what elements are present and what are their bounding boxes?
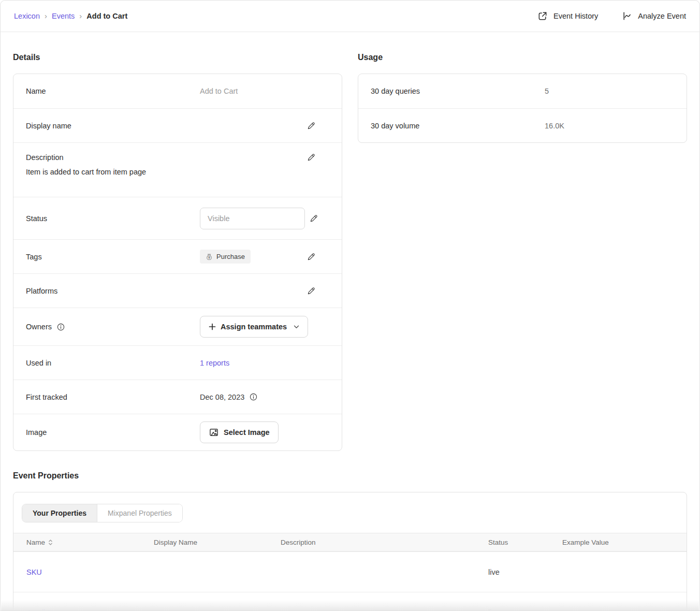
first-tracked-label: First tracked <box>26 393 200 401</box>
usage-row-volume: 30 day volume 16.0K <box>358 108 687 142</box>
properties-tabs-bar: Your Properties Mixpanel Properties <box>13 492 687 533</box>
property-status: live <box>475 608 549 611</box>
breadcrumb-current-event: Add to Cart <box>86 12 127 20</box>
money-bag-icon: $ <box>206 253 213 260</box>
assign-teammates-label: Assign teammates <box>221 323 287 331</box>
column-header-display-name: Display Name <box>141 539 268 546</box>
column-header-name[interactable]: Name <box>13 539 141 546</box>
table-row: Scroll % live <box>13 592 687 611</box>
edit-pencil-icon[interactable] <box>307 286 316 296</box>
queries-value: 5 <box>545 87 674 95</box>
volume-label: 30 day volume <box>371 122 545 130</box>
status-label: Status <box>26 214 200 223</box>
main-content: Details Name Add to Cart Display name <box>1 32 699 611</box>
column-header-status: Status <box>475 539 549 546</box>
detail-row-used-in: Used in 1 reports <box>13 345 342 380</box>
edit-pencil-icon[interactable] <box>307 153 316 162</box>
used-in-reports-link[interactable]: 1 reports <box>200 359 229 367</box>
usage-row-queries: 30 day queries 5 <box>358 74 687 108</box>
line-chart-icon <box>622 11 632 21</box>
column-header-example-value: Example Value <box>549 539 687 546</box>
svg-text:$: $ <box>209 255 210 258</box>
usage-title: Usage <box>358 53 687 62</box>
detail-row-status: Status Visible <box>13 197 342 239</box>
select-image-button[interactable]: Select Image <box>200 421 279 443</box>
image-label: Image <box>26 428 200 437</box>
table-row: SKU live <box>13 551 687 592</box>
info-icon[interactable] <box>56 323 65 331</box>
event-history-label: Event History <box>553 12 598 20</box>
usage-card: 30 day queries 5 30 day volume 16.0K <box>358 74 687 143</box>
breadcrumb-separator-icon: › <box>79 12 82 20</box>
select-image-label: Select Image <box>224 428 270 437</box>
event-properties-title: Event Properties <box>13 471 687 481</box>
detail-row-platforms: Platforms <box>13 273 342 308</box>
breadcrumb-separator-icon: › <box>45 12 47 20</box>
details-section: Details Name Add to Cart Display name <box>13 53 342 451</box>
detail-row-owners: Owners <box>13 308 342 345</box>
description-label: Description <box>26 153 200 162</box>
usage-section: Usage 30 day queries 5 30 day volume 16.… <box>358 53 687 451</box>
breadcrumb-lexicon-link[interactable]: Lexicon <box>14 12 40 20</box>
display-name-label: Display name <box>26 122 200 130</box>
plus-icon <box>209 323 216 330</box>
tags-label: Tags <box>26 253 200 261</box>
used-in-label: Used in <box>26 359 200 367</box>
breadcrumb: Lexicon › Events › Add to Cart <box>14 12 127 20</box>
assign-teammates-button[interactable]: Assign teammates <box>200 316 308 338</box>
sort-icon <box>48 539 53 546</box>
property-link-sku[interactable]: SKU <box>26 568 42 576</box>
properties-table-header: Name Display Name Description Status Exa… <box>13 533 687 551</box>
detail-row-tags: Tags $ Purchase <box>13 239 342 273</box>
status-select[interactable]: Visible <box>200 208 305 229</box>
analyze-event-label: Analyze Event <box>638 12 686 20</box>
chevron-down-icon <box>294 325 299 329</box>
tag-chip-purchase[interactable]: $ Purchase <box>200 250 251 264</box>
info-icon[interactable] <box>249 392 258 401</box>
detail-row-display-name: Display name <box>13 108 342 142</box>
detail-row-name: Name Add to Cart <box>13 74 342 108</box>
edit-pencil-icon[interactable] <box>307 121 316 130</box>
queries-label: 30 day queries <box>371 87 545 95</box>
edit-pencil-icon[interactable] <box>309 214 318 223</box>
external-link-icon <box>537 11 548 21</box>
lexicon-event-detail-page: Lexicon › Events › Add to Cart Event His… <box>0 0 700 611</box>
event-history-button[interactable]: Event History <box>537 11 598 21</box>
tab-your-properties[interactable]: Your Properties <box>22 504 97 522</box>
platforms-label: Platforms <box>26 287 200 295</box>
name-label: Name <box>26 87 200 95</box>
event-properties-card: Your Properties Mixpanel Properties Name <box>13 492 687 611</box>
details-card: Name Add to Cart Display name <box>13 74 342 451</box>
name-value: Add to Cart <box>200 87 329 95</box>
detail-row-image: Image Select Image <box>13 414 342 450</box>
detail-row-description: Description Item is added to cart from i… <box>13 142 342 197</box>
analyze-event-button[interactable]: Analyze Event <box>622 11 686 21</box>
image-icon <box>209 427 219 438</box>
property-status: live <box>475 568 549 576</box>
top-actions: Event History Analyze Event <box>537 11 686 21</box>
breadcrumb-events-link[interactable]: Events <box>52 12 75 20</box>
top-bar: Lexicon › Events › Add to Cart Event His… <box>1 1 699 32</box>
detail-row-first-tracked: First tracked Dec 08, 2023 <box>13 380 342 414</box>
details-title: Details <box>13 53 342 62</box>
description-value: Item is added to cart from item page <box>26 168 329 176</box>
tab-mixpanel-properties[interactable]: Mixpanel Properties <box>97 504 182 522</box>
tag-label: Purchase <box>216 253 245 260</box>
property-link-scroll[interactable]: Scroll % <box>26 608 54 611</box>
first-tracked-value: Dec 08, 2023 <box>200 393 244 401</box>
edit-pencil-icon[interactable] <box>307 252 316 261</box>
column-name-label: Name <box>26 539 45 546</box>
owners-label: Owners <box>26 323 52 331</box>
volume-value: 16.0K <box>545 122 674 130</box>
column-header-description: Description <box>268 539 475 546</box>
event-properties-section: Event Properties Your Properties Mixpane… <box>13 471 687 611</box>
